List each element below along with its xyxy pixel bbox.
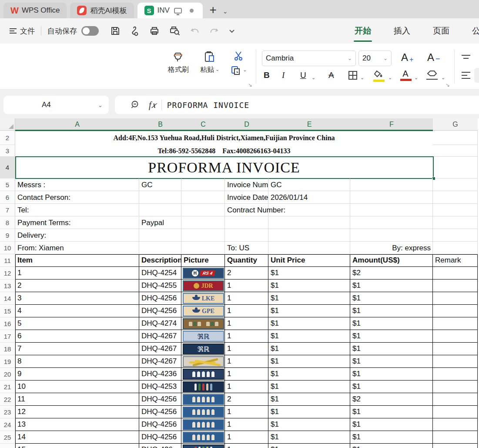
table-header-quantity[interactable]: Quantity	[225, 254, 268, 267]
cell-B22[interactable]: DHQ-4256	[139, 393, 181, 406]
cell-G22[interactable]	[433, 393, 478, 406]
cell-B19[interactable]: DHQ-4267	[139, 355, 181, 368]
cell-B25[interactable]: DHQ-4256	[139, 431, 181, 444]
chevron-down-icon[interactable]: ⌄	[360, 75, 364, 81]
cell-D20[interactable]: 1	[225, 368, 268, 381]
cell-G9[interactable]	[433, 229, 478, 242]
cell-E20[interactable]: $1	[268, 368, 350, 381]
product-picture-12[interactable]	[183, 407, 224, 418]
cell-D5-text[interactable]: Invoice Number:	[225, 179, 268, 191]
cell-A7-text[interactable]: Tel:	[15, 204, 139, 216]
cell-F19[interactable]: $1	[350, 355, 433, 368]
cell-E15[interactable]: $1	[268, 305, 350, 317]
cell-D15[interactable]: 1	[225, 305, 268, 317]
cell-G4[interactable]	[433, 157, 478, 179]
cell-G15[interactable]	[433, 305, 478, 317]
product-picture-1[interactable]: HRS 4	[183, 268, 224, 279]
row-header-11[interactable]: 11	[0, 254, 15, 267]
borders-icon[interactable]	[348, 71, 358, 80]
cell-G2[interactable]	[433, 131, 478, 145]
cell-F9[interactable]	[350, 229, 433, 242]
cell-D13[interactable]: 1	[225, 280, 268, 292]
cell-F5[interactable]	[350, 179, 433, 191]
cell-D14[interactable]: 1	[225, 292, 268, 305]
product-picture-14[interactable]	[183, 432, 224, 443]
cell-E17[interactable]: $1	[268, 330, 350, 343]
fill-color-button[interactable]	[373, 70, 385, 82]
cell-D18[interactable]: 1	[225, 343, 268, 355]
cell-B6[interactable]	[139, 191, 181, 204]
address-line[interactable]: Add:4F,No.153 Yuehua Road,Huli District,…	[15, 131, 433, 145]
cell-A22[interactable]: 11	[15, 393, 139, 406]
formula-input[interactable]: f𝑥 PROFORMA INVOICE	[115, 96, 479, 114]
row-header-6[interactable]: 6	[0, 191, 15, 204]
cell-A24[interactable]: 13	[15, 418, 139, 431]
cell-B18[interactable]: DHQ-4267	[139, 343, 181, 355]
row-header-10[interactable]: 10	[0, 242, 15, 254]
cell-A21[interactable]: 10	[15, 381, 139, 393]
cell-A18[interactable]: 7	[15, 343, 139, 355]
cell-B7[interactable]	[139, 204, 181, 216]
cell-G17[interactable]	[433, 330, 478, 343]
copy-icon[interactable]	[231, 65, 241, 76]
cell-C10[interactable]	[181, 242, 225, 254]
cell-E19[interactable]: $1	[268, 355, 350, 368]
cell-B14[interactable]: DHQ-4256	[139, 292, 181, 305]
italic-button[interactable]: I	[282, 71, 285, 80]
print-preview-icon[interactable]	[169, 26, 181, 36]
cell-G19[interactable]	[433, 355, 478, 368]
name-box[interactable]: A4 ⌄	[3, 96, 109, 114]
chevron-down-icon[interactable]: ⌄	[312, 75, 315, 81]
cell-G18[interactable]	[433, 343, 478, 355]
fx-icon[interactable]: f𝑥	[149, 100, 156, 110]
cell-B23[interactable]: DHQ-4256	[139, 406, 181, 418]
chevron-down-icon[interactable]: ⌄	[441, 75, 445, 81]
column-header-C[interactable]: C	[181, 118, 225, 131]
row-header-15[interactable]: 15	[0, 305, 15, 317]
cell-E14[interactable]: $1	[268, 292, 350, 305]
ribbon-tab-formula[interactable]: 公	[472, 25, 479, 37]
cell-G6[interactable]	[433, 191, 478, 204]
cell-G7[interactable]	[433, 204, 478, 216]
cell-D21[interactable]: 1	[225, 381, 268, 393]
menu-icon[interactable]	[10, 28, 17, 34]
cell-C5[interactable]	[181, 179, 225, 191]
cell-G25[interactable]	[433, 431, 478, 444]
cell-E22[interactable]: $1	[268, 393, 350, 406]
align-left-icon[interactable]	[460, 71, 472, 80]
file-menu[interactable]: 文件	[20, 26, 35, 36]
cell-F17[interactable]: $1	[350, 330, 433, 343]
table-header-item[interactable]: Item	[15, 254, 139, 267]
tel-fax-line[interactable]: Tel:86-592-5562848 Fax:4008266163-04133	[15, 145, 433, 157]
cell-C9[interactable]	[181, 229, 225, 242]
cell-E25[interactable]: $1	[268, 431, 350, 444]
cell-E10[interactable]	[268, 242, 350, 254]
cell-D23[interactable]: 1	[225, 406, 268, 418]
tab-list-chevron-icon[interactable]: ⌄	[223, 8, 228, 15]
row-header-2[interactable]: 2	[0, 131, 15, 145]
ribbon-tab-page[interactable]: 页面	[433, 25, 449, 37]
export-icon[interactable]	[130, 26, 140, 36]
clipboard-group-launcher[interactable]: ↘	[248, 82, 252, 88]
paste-button[interactable]: 粘贴⌄	[200, 51, 219, 76]
cell-A5-text[interactable]: Messrs :	[15, 179, 139, 191]
cell-F21[interactable]: $1	[350, 381, 433, 393]
cell-A13[interactable]: 2	[15, 280, 139, 292]
cell-F24[interactable]: $1	[350, 418, 433, 431]
cell-F13[interactable]: $1	[350, 280, 433, 292]
cell-F26[interactable]: $1	[350, 444, 433, 448]
column-header-G[interactable]: G	[433, 118, 478, 131]
select-all-corner[interactable]	[0, 118, 15, 131]
cell-D25[interactable]: 1	[225, 431, 268, 444]
decrease-font-button[interactable]: A−	[427, 51, 440, 64]
cell-F25[interactable]: $1	[350, 431, 433, 444]
cell-E5-text[interactable]: GC	[268, 179, 350, 191]
cell-F15[interactable]: $1	[350, 305, 433, 317]
font-size-select[interactable]: 20 ⌄	[358, 51, 392, 66]
row-header-13[interactable]: 13	[0, 280, 15, 292]
increase-font-button[interactable]: A+	[401, 51, 413, 64]
cell-E16[interactable]: $1	[268, 317, 350, 330]
row-header-8[interactable]: 8	[0, 216, 15, 229]
column-header-A[interactable]: A	[15, 118, 139, 131]
row-header-7[interactable]: 7	[0, 204, 15, 216]
